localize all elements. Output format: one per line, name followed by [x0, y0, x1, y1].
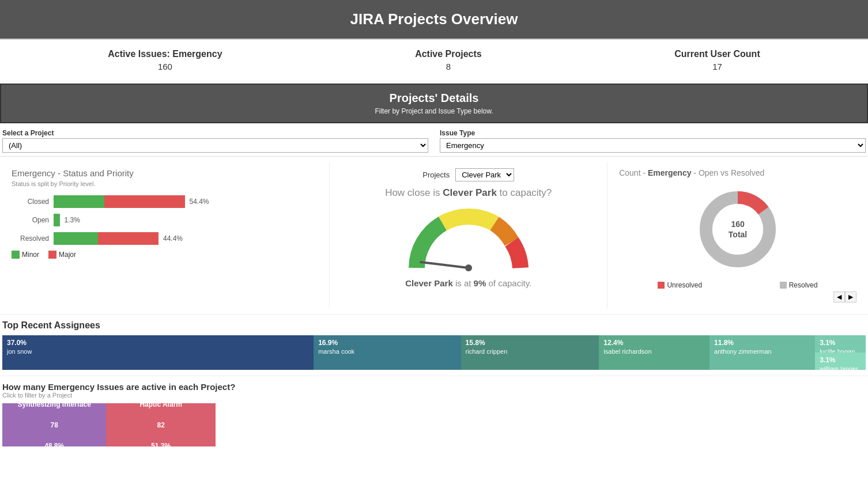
donut-legend-label: Unresolved	[667, 281, 702, 289]
bottom-chart-subtitle: Click to filter by a Project	[2, 392, 866, 399]
svg-line-0	[421, 262, 469, 268]
project-filter-label: Select a Project	[2, 129, 428, 137]
donut-legend-item: Resolved	[780, 281, 818, 289]
bar-pct: 54.4%	[190, 198, 209, 206]
issuetype-select[interactable]: Emergency	[440, 138, 866, 153]
stat-emergency-value: 160	[108, 62, 222, 71]
bar-chart: Closed54.4%Open1.3%Resolved44.4%	[12, 195, 318, 245]
assignee-pct: 12.4%	[603, 339, 705, 347]
bar-label: Resolved	[12, 234, 49, 243]
project-gauge-select[interactable]: Clever Park	[455, 168, 514, 181]
legend-label: Minor	[22, 251, 39, 259]
assignee-name: richard crippen	[466, 348, 595, 355]
bar-row: Resolved44.4%	[12, 232, 318, 245]
assignee-block: 11.8%anthony zimmerman	[710, 335, 815, 370]
projects-selector: Projects Clever Park	[341, 168, 595, 181]
donut-container: 160 Total	[692, 183, 784, 275]
assignee-stack-col: 3.1%lucille hogan3.1%william langer	[815, 335, 866, 370]
donut-title: Count - Emergency - Open vs Resolved	[619, 168, 856, 177]
assignees-title: Top Recent Assignees	[2, 320, 866, 331]
content-row: Emergency - Status and Priority Status i…	[0, 157, 868, 315]
bottom-bar-block[interactable]: Haptic Alarm8251.3%	[106, 403, 216, 446]
panel-left: Emergency - Status and Priority Status i…	[0, 162, 330, 308]
panel-right-nav: ◀ ▶	[619, 292, 856, 302]
bar-chart-title: Emergency - Status and Priority	[12, 168, 318, 178]
gauge-caption: Clever Park is at 9% of capacity.	[341, 278, 595, 288]
bottom-chart-title: How many Emergency Issues are active in …	[2, 382, 866, 392]
donut-legend-item: Unresolved	[658, 281, 702, 289]
assignee-pct: 11.8%	[714, 339, 810, 347]
legend-color-box	[48, 251, 56, 259]
assignee-pct: 16.9%	[318, 339, 456, 347]
nav-prev-button[interactable]: ◀	[833, 292, 845, 302]
legend-label: Major	[59, 251, 76, 259]
assignees-bar: 37.0%jon snow16.9%marsha cook15.8%richar…	[2, 335, 866, 370]
bar-label: Closed	[12, 198, 49, 206]
bar-chart-legend: MinorMajor	[12, 251, 318, 259]
main-title: JIRA Projects Overview	[350, 10, 518, 28]
assignee-block: 16.9%marsha cook	[314, 335, 461, 370]
main-header: JIRA Projects Overview	[0, 0, 868, 40]
bar-pct: 44.4%	[163, 234, 183, 243]
assignee-block: 37.0%jon snow	[2, 335, 314, 370]
gauge-container	[405, 205, 532, 274]
bottom-bar: Synthesizing Interface7848.8%Haptic Alar…	[2, 403, 216, 446]
projects-details-header: Projects' Details Filter by Project and …	[0, 84, 868, 123]
assignee-block: 15.8%richard crippen	[461, 335, 599, 370]
stat-emergency: Active Issues: Emergency 160	[108, 49, 222, 71]
assignee-pct: 15.8%	[466, 339, 595, 347]
project-select[interactable]: (All)	[2, 138, 428, 153]
bar-red	[104, 195, 185, 208]
assignee-name: anthony zimmerman	[714, 348, 810, 355]
bar-row: Closed54.4%	[12, 195, 318, 208]
stat-projects-value: 8	[415, 62, 482, 71]
stat-projects-label: Active Projects	[415, 49, 482, 59]
donut-legend-label: Resolved	[789, 281, 818, 289]
bar-red	[98, 232, 158, 245]
stat-emergency-label: Active Issues: Emergency	[108, 49, 222, 59]
stat-projects: Active Projects 8	[415, 49, 482, 71]
filter-row: Select a Project (All) Issue Type Emerge…	[0, 126, 868, 157]
projects-details-subtitle: Filter by Project and Issue Type below.	[8, 107, 860, 115]
legend-color-box	[12, 251, 20, 259]
stat-users-value: 17	[674, 62, 760, 71]
nav-next-button[interactable]: ▶	[845, 292, 856, 302]
bar-green	[54, 214, 60, 226]
donut-legend: UnresolvedResolved	[619, 281, 856, 289]
assignees-section: Top Recent Assignees 37.0%jon snow16.9%m…	[0, 315, 868, 376]
assignee-pct: 37.0%	[7, 339, 309, 347]
assignee-name: marsha cook	[318, 348, 456, 355]
assignee-name: isabel richardson	[603, 348, 705, 355]
bottom-section: How many Emergency Issues are active in …	[0, 376, 868, 452]
assignee-name: jon snow	[7, 348, 309, 355]
panel-middle: Projects Clever Park How close is Clever…	[330, 162, 607, 308]
stat-users-label: Current User Count	[674, 49, 760, 59]
stats-row: Active Issues: Emergency 160 Active Proj…	[0, 40, 868, 81]
bottom-bar-block[interactable]: Synthesizing Interface7848.8%	[2, 403, 106, 446]
bar-label: Open	[12, 216, 49, 224]
bar-green	[54, 232, 98, 245]
issuetype-filter-group: Issue Type Emergency	[440, 129, 866, 153]
assignee-block: 3.1%william langer	[815, 353, 866, 370]
legend-item: Major	[48, 251, 76, 259]
projects-details-title: Projects' Details	[8, 92, 860, 105]
assignee-block: 12.4%isabel richardson	[599, 335, 710, 370]
issuetype-filter-label: Issue Type	[440, 129, 866, 137]
assignee-block: 3.1%lucille hogan	[815, 335, 866, 353]
gauge-svg	[405, 205, 532, 279]
bar-pct: 1.3%	[65, 216, 80, 224]
donut-legend-color	[658, 282, 665, 289]
donut-center: 160 Total	[729, 219, 747, 240]
gauge-title: How close is Clever Park to capacity?	[341, 187, 595, 199]
project-filter-group: Select a Project (All)	[2, 129, 428, 153]
donut-legend-color	[780, 282, 787, 289]
stat-users: Current User Count 17	[674, 49, 760, 71]
bar-green	[54, 195, 104, 208]
panel-right: Count - Emergency - Open vs Resolved 160…	[607, 162, 868, 308]
bar-chart-subtitle: Status is split by Priority level.	[12, 180, 318, 187]
svg-point-1	[465, 264, 472, 271]
bar-row: Open1.3%	[12, 214, 318, 226]
legend-item: Minor	[12, 251, 39, 259]
projects-selector-label: Projects	[422, 171, 450, 179]
